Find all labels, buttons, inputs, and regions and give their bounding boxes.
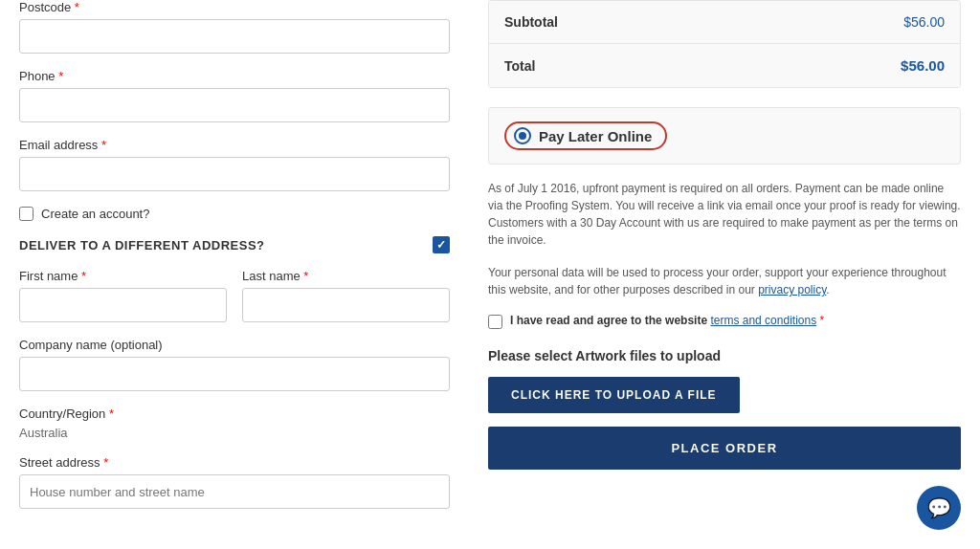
payment-option-row: Pay Later Online	[488, 107, 961, 165]
subtotal-value: $56.00	[903, 14, 945, 30]
terms-checkbox[interactable]	[488, 315, 502, 329]
phone-required: *	[58, 69, 63, 83]
postcode-input[interactable]	[19, 19, 450, 54]
right-column: Subtotal $56.00 Total $56.00 Pay Later O…	[469, 0, 980, 549]
privacy-policy-link[interactable]: privacy policy	[758, 283, 826, 296]
company-input[interactable]	[19, 357, 450, 391]
street-group: Street address *	[19, 455, 450, 509]
last-name-input[interactable]	[242, 288, 450, 322]
create-account-label: Create an account?	[41, 207, 149, 221]
terms-required: *	[820, 314, 825, 327]
create-account-checkbox[interactable]	[19, 207, 33, 221]
payment-description: As of July 1 2016, upfront payment is re…	[488, 180, 961, 249]
phone-label: Phone *	[19, 69, 450, 83]
create-account-row: Create an account?	[19, 207, 450, 221]
payment-label: Pay Later Online	[539, 128, 652, 144]
subtotal-row: Subtotal $56.00	[489, 1, 960, 44]
last-name-label: Last name *	[242, 269, 450, 283]
privacy-end: .	[826, 283, 829, 296]
terms-label: I have read and agree to the website ter…	[510, 314, 824, 327]
email-required: *	[101, 138, 106, 152]
total-value: $56.00	[901, 57, 945, 74]
deliver-different-checkbox[interactable]	[433, 236, 450, 253]
terms-link[interactable]: terms and conditions	[710, 314, 816, 327]
artwork-heading: Please select Artwork files to upload	[488, 348, 961, 363]
payment-radio[interactable]	[514, 127, 531, 144]
postcode-label: Postcode *	[19, 0, 450, 14]
postcode-required: *	[75, 0, 79, 14]
first-name-input[interactable]	[19, 288, 227, 322]
phone-input[interactable]	[19, 88, 450, 122]
company-group: Company name (optional)	[19, 338, 450, 391]
deliver-different-title: DELIVER TO A DIFFERENT ADDRESS?	[19, 238, 265, 253]
left-column: Postcode * Phone * Email address * Creat…	[0, 0, 469, 549]
email-input[interactable]	[19, 157, 450, 191]
chat-bubble-button[interactable]: 💬	[917, 486, 961, 530]
chat-icon: 💬	[927, 496, 951, 519]
postcode-group: Postcode *	[19, 0, 450, 54]
subtotal-label: Subtotal	[504, 14, 558, 30]
payment-option-inner[interactable]: Pay Later Online	[504, 121, 667, 150]
privacy-notice: Your personal data will be used to proce…	[488, 264, 961, 298]
country-label: Country/Region *	[19, 406, 450, 421]
last-name-group: Last name *	[242, 269, 450, 322]
total-label: Total	[504, 58, 535, 74]
country-group: Country/Region * Australia	[19, 406, 450, 440]
street-input[interactable]	[19, 474, 450, 509]
email-label: Email address *	[19, 138, 450, 152]
place-order-button[interactable]: PLACE ORDER	[488, 427, 961, 470]
email-group: Email address *	[19, 138, 450, 191]
first-name-label: First name *	[19, 269, 227, 283]
country-value: Australia	[19, 426, 450, 440]
deliver-different-heading: DELIVER TO A DIFFERENT ADDRESS?	[19, 236, 450, 253]
company-label: Company name (optional)	[19, 338, 450, 352]
terms-row: I have read and agree to the website ter…	[488, 314, 961, 329]
privacy-text: Your personal data will be used to proce…	[488, 266, 947, 296]
terms-bold: I have read and agree to the website	[510, 314, 707, 327]
name-row: First name * Last name *	[19, 269, 450, 322]
street-label: Street address *	[19, 455, 450, 470]
order-summary: Subtotal $56.00 Total $56.00	[488, 0, 961, 88]
total-row: Total $56.00	[489, 44, 960, 87]
first-name-group: First name *	[19, 269, 227, 322]
upload-file-button[interactable]: CLICK HERE TO UPLOAD A FILE	[488, 377, 740, 413]
phone-group: Phone *	[19, 69, 450, 122]
